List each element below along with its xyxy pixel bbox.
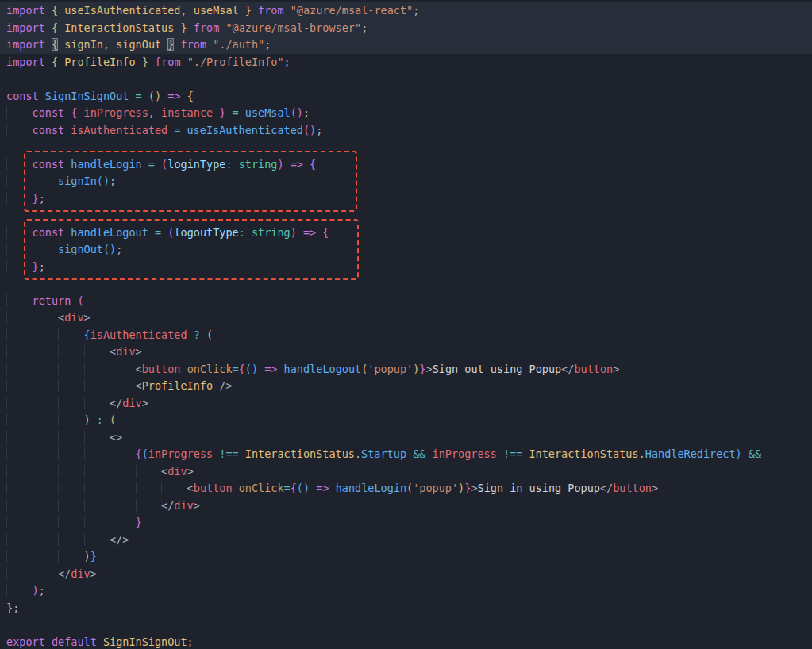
indent-guide [6, 311, 33, 324]
code-line: import { InteractionStatus } from "@azur… [0, 20, 812, 37]
code-line: </> [6, 532, 812, 549]
code-line: } [6, 514, 812, 532]
indent-guide [58, 379, 84, 392]
indent-guide [6, 260, 33, 273]
indent-guide [33, 482, 59, 494]
code-line: <button onClick={() => handleLogout('pop… [6, 361, 812, 378]
code-line: import { ProfileInfo } from "./ProfileIn… [6, 54, 812, 71]
code-line: export default SignInSignOut; [6, 634, 812, 649]
indent-guide [6, 397, 33, 409]
indent-guide [6, 192, 33, 205]
indent-guide [58, 465, 84, 478]
indent-guide [33, 465, 59, 478]
indent-guide [6, 465, 33, 478]
indent-guide [110, 465, 136, 478]
indent-guide [58, 397, 84, 409]
indent-guide [6, 226, 33, 239]
indent-guide [6, 294, 33, 307]
indent-guide [6, 431, 33, 444]
indent-guide [33, 311, 59, 324]
indent-guide [33, 447, 59, 460]
indent-guide [33, 379, 59, 392]
code-line: }; [6, 259, 812, 276]
indent-guide [84, 482, 110, 494]
indent-guide [136, 482, 162, 494]
indent-guide [84, 516, 110, 528]
indent-guide [33, 175, 59, 187]
indent-guide [6, 106, 33, 119]
indent-guide [33, 499, 59, 512]
code-line: </div> [6, 566, 812, 583]
indent-guide [6, 499, 33, 512]
indent-guide [84, 379, 110, 392]
indent-guide [6, 567, 33, 580]
indent-guide [33, 533, 59, 546]
code-line [6, 616, 812, 634]
code-line: const SignInSignOut = () => { [6, 88, 812, 106]
indent-guide [136, 499, 162, 512]
code-line [6, 207, 812, 225]
indent-guide [58, 431, 84, 444]
code-editor[interactable]: import { useIsAuthenticated, useMsal } f… [0, 0, 812, 649]
indent-guide [84, 363, 110, 375]
code-line: import { signIn, signOut } from "./auth"… [0, 36, 812, 54]
code-line [6, 275, 812, 293]
code-line: const { inProgress, instance } = useMsal… [6, 105, 812, 122]
indent-guide [84, 499, 110, 512]
indent-guide [33, 345, 59, 358]
code-line: signOut(); [6, 241, 812, 259]
indent-guide [58, 499, 84, 512]
code-line: )} [6, 548, 812, 566]
indent-guide [84, 447, 110, 460]
indent-guide [58, 533, 84, 546]
indent-guide [84, 465, 110, 478]
indent-guide [58, 550, 84, 563]
code-line: {(inProgress !== InteractionStatus.Start… [6, 446, 812, 463]
indent-guide [161, 482, 187, 494]
code-line: }; [6, 190, 812, 208]
code-line: {isAuthenticated ? ( [6, 327, 812, 344]
code-line: const handleLogout = (logoutType: string… [6, 225, 812, 242]
indent-guide [33, 516, 59, 528]
code-line: </div> [6, 395, 812, 413]
code-line: <button onClick={() => handleLogin('popu… [6, 480, 812, 497]
indent-guide [6, 345, 33, 358]
indent-guide [6, 175, 33, 187]
indent-guide [110, 363, 136, 375]
code-line: <ProfileInfo /> [6, 378, 812, 395]
code-line: const handleLogin = (loginType: string) … [6, 156, 812, 174]
indent-guide [33, 397, 59, 409]
indent-guide [110, 482, 136, 494]
code-line: <div> [6, 344, 812, 361]
code-line: ); [6, 582, 812, 600]
indent-guide [6, 243, 33, 255]
indent-guide [136, 465, 162, 478]
indent-guide [110, 516, 136, 528]
indent-guide [6, 533, 33, 546]
indent-guide [6, 413, 33, 426]
code-line [6, 139, 812, 156]
indent-guide [6, 328, 33, 341]
indent-guide [84, 533, 110, 546]
code-line: }; [6, 600, 812, 617]
code-line: const isAuthenticated = useIsAuthenticat… [6, 122, 812, 140]
code-line: signIn(); [6, 173, 812, 190]
code-lines: import { useIsAuthenticated, useMsal } f… [6, 2, 812, 649]
code-line: import { useIsAuthenticated, useMsal } f… [0, 2, 812, 20]
indent-guide [33, 550, 59, 563]
indent-guide [33, 431, 59, 444]
code-line: </div> [6, 497, 812, 515]
indent-guide [58, 482, 84, 494]
indent-guide [33, 567, 59, 580]
indent-guide [6, 516, 33, 528]
indent-guide [33, 363, 59, 375]
indent-guide [110, 379, 136, 392]
indent-guide [6, 124, 33, 136]
code-line: ) : ( [6, 412, 812, 429]
indent-guide [33, 328, 59, 341]
indent-guide [58, 345, 84, 358]
indent-guide [6, 363, 33, 375]
indent-guide [58, 328, 84, 341]
indent-guide [84, 431, 110, 444]
indent-guide [58, 413, 84, 426]
